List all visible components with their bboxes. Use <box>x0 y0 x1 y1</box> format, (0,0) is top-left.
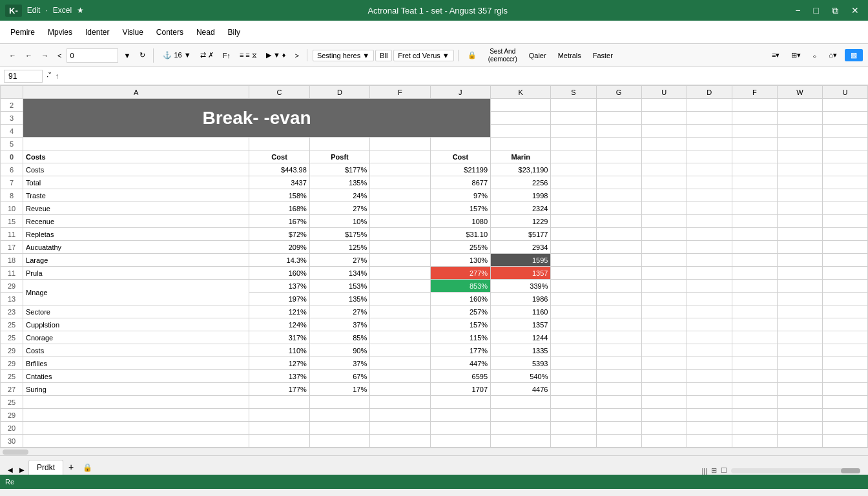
cell-G13b[interactable] <box>596 293 641 305</box>
sheet-add-icon[interactable]: + <box>65 459 78 475</box>
cell-D-suring[interactable]: 17% <box>309 383 369 396</box>
forward-button[interactable]: → <box>37 50 52 61</box>
cell-U-suring-2[interactable] <box>822 383 867 396</box>
cell-S29a[interactable] <box>551 267 596 280</box>
col-header-U[interactable]: U <box>641 86 687 99</box>
cell-label-18[interactable]: Aucuatathy <box>23 241 249 254</box>
anchor-btn[interactable]: ⚓ 16 ▼ <box>159 49 194 61</box>
cell-U13a-2[interactable] <box>822 280 867 293</box>
cell-D-cnorage-2[interactable] <box>687 331 732 344</box>
cell-W18[interactable] <box>777 241 822 254</box>
cell-S13b[interactable] <box>551 293 596 305</box>
cell-label-10[interactable]: Traste <box>23 189 249 202</box>
btn4[interactable]: ▶ ▼ ♦ <box>262 49 290 61</box>
cell-J5[interactable] <box>430 138 490 150</box>
cell-K-costs2[interactable]: 1335 <box>491 344 551 357</box>
cell-U30b[interactable] <box>641 435 687 448</box>
cell-D29a-2[interactable] <box>687 267 732 280</box>
col-header-F2[interactable]: F <box>732 86 777 99</box>
cell-G28[interactable] <box>596 396 641 409</box>
bll-dropdown[interactable]: Bll <box>375 50 392 61</box>
cell-J13a[interactable]: 853% <box>430 280 490 293</box>
btn3[interactable]: ≡ ≡ ⧖ <box>236 49 261 61</box>
cell-J-brfilies[interactable]: 447% <box>430 357 490 370</box>
cell-S5[interactable] <box>551 138 596 150</box>
cell-U29[interactable] <box>641 409 687 422</box>
cell-S-costs2[interactable] <box>551 344 596 357</box>
cell-G3[interactable] <box>596 112 641 125</box>
cell-U29a[interactable] <box>641 267 687 280</box>
cell-J-sectore[interactable]: 257% <box>430 305 490 318</box>
cell-D10-2[interactable] <box>687 189 732 202</box>
cell-U8[interactable] <box>641 176 687 189</box>
menu-vislue[interactable]: Vislue <box>117 26 148 39</box>
menu-pemire[interactable]: Pemire <box>5 26 40 39</box>
cell-U-costs2[interactable] <box>641 344 687 357</box>
cell-W-cntaties[interactable] <box>777 370 822 383</box>
app-logo[interactable]: K- <box>5 5 22 17</box>
cell-K30[interactable] <box>491 422 551 435</box>
close-button[interactable]: ✕ <box>847 5 863 16</box>
cell-D-sectore-2[interactable] <box>687 305 732 318</box>
cell-D29[interactable] <box>309 409 369 422</box>
cell-S-cupplstion[interactable] <box>551 318 596 331</box>
cell-U17-2[interactable] <box>822 228 867 241</box>
cell-F8[interactable] <box>370 176 430 189</box>
cell-S3[interactable] <box>551 112 596 125</box>
cell-W30b[interactable] <box>777 435 822 448</box>
cell-D15-2[interactable] <box>687 202 732 215</box>
cell-D-brfilies[interactable]: 37% <box>309 357 369 370</box>
cell-C8[interactable]: 3437 <box>249 176 309 189</box>
cell-F-suring[interactable] <box>370 383 430 396</box>
horizontal-scrollbar[interactable] <box>0 448 868 455</box>
cell-U-cupplstion[interactable] <box>641 318 687 331</box>
cell-F28[interactable] <box>370 396 430 409</box>
cell-F29-2[interactable] <box>732 409 777 422</box>
cell-F29a[interactable] <box>370 267 430 280</box>
cell-G8[interactable] <box>596 176 641 189</box>
cell-G10[interactable] <box>596 189 641 202</box>
cell-D18[interactable]: 125% <box>309 241 369 254</box>
back2-button[interactable]: ← <box>21 50 36 61</box>
cell-F5[interactable] <box>370 138 430 150</box>
cell-D7-2[interactable] <box>687 163 732 176</box>
cell-F10-2[interactable] <box>732 189 777 202</box>
cell-S11[interactable] <box>551 215 596 228</box>
cell-D30[interactable] <box>309 422 369 435</box>
cell-F28-2[interactable] <box>732 396 777 409</box>
cell-label-sectore[interactable]: Sectore <box>23 305 249 318</box>
cell-A30[interactable] <box>23 422 249 435</box>
cell-J29a[interactable]: 277% <box>430 267 490 280</box>
cell-F5-2[interactable] <box>732 138 777 150</box>
cell-C13b[interactable]: 197% <box>249 293 309 305</box>
cell-W28[interactable] <box>777 396 822 409</box>
cell-U-brfilies-2[interactable] <box>822 357 867 370</box>
cell-F3[interactable] <box>732 112 777 125</box>
fret-dropdown[interactable]: Fret cd Verus ▼ <box>393 50 453 61</box>
cell-J13b[interactable]: 160% <box>430 293 490 305</box>
cell-G-cnorage[interactable] <box>596 331 641 344</box>
cell-U-sectore[interactable] <box>641 305 687 318</box>
formula-input[interactable] <box>63 72 864 81</box>
cell-D-suring-2[interactable] <box>687 383 732 396</box>
tab-prev-button[interactable]: ◀ <box>5 465 16 475</box>
menu-excel[interactable]: Excel <box>53 6 72 15</box>
cell-F13a[interactable] <box>370 280 430 293</box>
menu-nead[interactable]: Nead <box>191 26 220 39</box>
cell-U3[interactable] <box>641 112 687 125</box>
cell-K8[interactable]: 2256 <box>491 176 551 189</box>
col-header-D2[interactable]: D <box>687 86 732 99</box>
cell-F2-2[interactable] <box>732 99 777 112</box>
col-header-S[interactable]: S <box>551 86 596 99</box>
cell-G-sectore[interactable] <box>596 305 641 318</box>
cell-U17[interactable] <box>641 228 687 241</box>
cell-D-cntaties-2[interactable] <box>687 370 732 383</box>
cell-C-costs2[interactable]: 110% <box>249 344 309 357</box>
cell-D15[interactable]: 27% <box>309 202 369 215</box>
cell-U18[interactable] <box>641 241 687 254</box>
cell-K3[interactable] <box>491 112 551 125</box>
cell-F-costs2-2[interactable] <box>732 344 777 357</box>
cell-A5[interactable] <box>23 138 249 150</box>
cell-W3[interactable] <box>777 112 822 125</box>
cell-F13b[interactable] <box>370 293 430 305</box>
